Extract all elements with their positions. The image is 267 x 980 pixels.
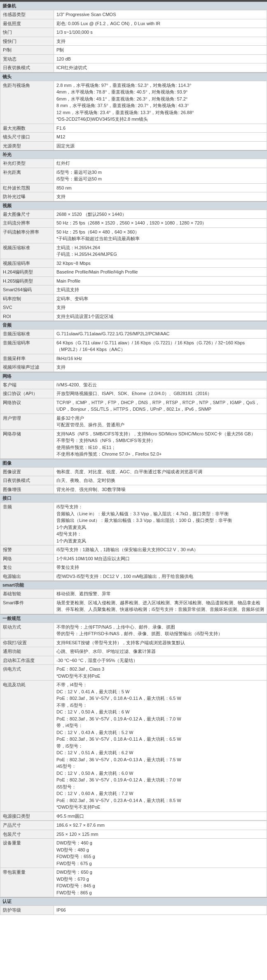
row-value: 心跳、密码保护、水印、IP地址过滤、像素计算器	[54, 647, 267, 656]
row-value: Φ5.5 mm圆口	[54, 812, 267, 821]
row-label: 网络协议	[0, 398, 54, 414]
table-row: 图像增强背光补偿、强光抑制、3D数字降噪	[0, 485, 267, 494]
row-value: 主码流支持	[54, 285, 267, 295]
row-label: 日夜切换模式	[0, 476, 54, 485]
row-label: 防补光过曝	[0, 192, 54, 201]
section-header-interface: 接口	[0, 494, 267, 502]
row-value: i5型号支持： 音频输入（Line in）：最大输入幅值：3.3 Vpp，输入阻…	[54, 503, 267, 545]
row-label: 接口协议（API）	[0, 389, 54, 398]
row-value: 1/3 s~1/100,000 s	[54, 28, 267, 37]
row-value: 固定光源	[54, 141, 267, 150]
section-table-network: 客户端iVMS-4200、萤石云接口协议（API）开放型网络视频接口、ISAPI…	[0, 380, 267, 459]
row-value: -30 °C~60 °C，湿度小于95%（无凝结）	[54, 656, 267, 665]
table-row: 供电方式PoE：802.3af，Class 3 *DWD型号不支持PoE	[0, 665, 267, 681]
row-value: 白天、夜晚、自动、定时切换	[54, 476, 267, 485]
row-value: F1.6	[54, 124, 267, 133]
table-row: 音频压缩码率64 Kbps（G.711 ulaw / G.711 alaw）/ …	[0, 338, 267, 354]
table-row: 视频压缩码率32 Kbps~8 Mbps	[0, 259, 267, 268]
row-value: DWD型号：650 g WD型号：670 g FDWD型号：845 g FWD型…	[54, 868, 267, 897]
row-label: 补光距离	[0, 168, 54, 183]
row-value: 最多32个用户 可配置管理员、操作员、普通用户	[54, 414, 267, 429]
section-table-smart: 基础智能移动侦测、遮挡报警、异常Smart事件场景变更检测、区域入侵检测、越界检…	[0, 589, 267, 614]
table-row: 你我打/设置支持RESET按键（带型号支持），支持客户端或浏览器恢复默认	[0, 638, 267, 647]
row-label: 包装尺寸	[0, 830, 54, 839]
row-label: 图像设置	[0, 467, 54, 476]
row-label: 最大光圈数	[0, 124, 54, 133]
section-table-video: 最大图像尺寸2688 × 1520 （默认2560 × 1440）主码流分辨率5…	[0, 210, 267, 321]
table-row: 视频环境噪声过滤支持	[0, 363, 267, 372]
row-label: 你我打/设置	[0, 638, 54, 647]
table-row: 电源接口类型Φ5.5 mm圆口	[0, 812, 267, 821]
row-value: 支持NAS（NFS，SMB/CIFS等支持），支持Micro SD/Micro …	[54, 429, 267, 458]
row-value: 支持	[54, 37, 267, 46]
table-row: 快门1/3 s~1/100,000 s	[0, 28, 267, 37]
section-header-image: 图像	[0, 459, 267, 467]
section-header-general: 一般规范	[0, 614, 267, 622]
row-value: 186.6 × 92.7 × 87.6 mm	[54, 821, 267, 830]
row-label: 联动方式	[0, 622, 54, 638]
table-row: 电源输出i型WDV3-I5型号支持：DC12 V，100 mA电源输出，用于给音…	[0, 572, 267, 581]
row-label: 视频压缩码率	[0, 259, 54, 268]
section-table-dimensions: 产品尺寸186.6 × 92.7 × 87.6 mm包装尺寸255 × 120 …	[0, 821, 267, 897]
row-label: 最大图像尺寸	[0, 210, 54, 219]
table-row: 包装尺寸255 × 120 × 125 mm	[0, 830, 267, 839]
table-row: 图像设置饱和度、亮度、对比度、锐度、AGC、白平衡通过客户端或者浏览器可调	[0, 467, 267, 476]
row-label: 产品尺寸	[0, 821, 54, 830]
table-row: 宽动态120 dB	[0, 54, 267, 63]
table-row: 最大图像尺寸2688 × 1520 （默认2560 × 1440）	[0, 210, 267, 219]
row-value: 255 × 120 × 125 mm	[54, 830, 267, 839]
table-row: 慢快门支持	[0, 37, 267, 46]
row-value: 移动侦测、遮挡报警、异常	[54, 589, 267, 599]
row-value: 850 nm	[54, 183, 267, 192]
row-label: 网络存储	[0, 429, 54, 458]
section-header-certification: 认证	[0, 897, 267, 905]
row-value: 2.8 mm，水平视场角: 97°，垂直视场角: 52.3°，对角视场角: 11…	[54, 81, 267, 124]
row-value: i5型号：最远可达30 m i5型号：最远可达50 m	[54, 168, 267, 183]
row-label: 音频压缩标准	[0, 330, 54, 339]
row-label: 启动和工作温度	[0, 656, 54, 665]
table-row: 复位带复位支持	[0, 563, 267, 572]
row-value: 主码流：H.265/H.264 子码流：H.265/H.264/MJPEG	[54, 243, 267, 259]
table-row: 网络存储支持NAS（NFS，SMB/CIFS等支持），支持Micro SD/Mi…	[0, 429, 267, 458]
table-row: 音频i5型号支持： 音频输入（Line in）：最大输入幅值：3.3 Vpp，输…	[0, 503, 267, 545]
row-value: ICR红外滤切式	[54, 63, 267, 73]
row-label: 最低照度	[0, 19, 54, 28]
section-header-smart: smart功能	[0, 581, 267, 589]
section-header-video: 视频	[0, 201, 267, 210]
table-row: H.265编码类型Main Profile	[0, 276, 267, 285]
table-row: 接口协议（API）开放型网络视频接口、ISAPI、SDK、Ehome（2.0/4…	[0, 389, 267, 398]
row-value: i型WDV3-I5型号支持：DC12 V，100 mA电源输出，用于给音频供电	[54, 572, 267, 581]
table-row: 电流及功耗不带，i4型号： DC：12 V，0.41 A，最大功耗：5 W Po…	[0, 681, 267, 812]
table-row: 网络1个RJ45 10M/100 M自适应以太网口	[0, 554, 267, 563]
section-table-camera: 传感器类型1/3" Progressive Scan CMOS最低照度彩色: 0…	[0, 10, 267, 73]
row-value: i5型号支持：1路输入，1路输出（保安输出最大支持DC12 V，30 mA）	[54, 545, 267, 554]
row-value: 支持RESET按键（带型号支持），支持客户端或浏览器恢复默认	[54, 638, 267, 647]
row-label: 通用功能	[0, 647, 54, 656]
section-table-supplement: 补光灯类型红外灯补光距离i5型号：最远可达30 m i5型号：最远可达50 m红…	[0, 159, 267, 201]
table-row: 光源类型固定光源	[0, 141, 267, 150]
row-value: Main Profile	[54, 276, 267, 285]
row-label: 带包装重量	[0, 868, 54, 897]
table-row: 音频采样率8kHz/16 kHz	[0, 354, 267, 363]
table-row: 日夜切换模式ICR红外滤切式	[0, 63, 267, 73]
row-value: PoE：802.3af，Class 3 *DWD型号不支持PoE	[54, 665, 267, 681]
row-label: 焦距与视场角	[0, 81, 54, 124]
row-label: 报警	[0, 545, 54, 554]
row-value: 饱和度、亮度、对比度、锐度、AGC、白平衡通过客户端或者浏览器可调	[54, 467, 267, 476]
row-label: 电源输出	[0, 572, 54, 581]
table-row: 镜头尺寸接口M12	[0, 133, 267, 142]
row-value: 支持	[54, 303, 267, 312]
row-label: Smart事件	[0, 598, 54, 614]
row-value: IP66	[54, 906, 267, 915]
row-label: 网络	[0, 554, 54, 563]
row-value: DWD型号：460 g WD型号：480 g FDWD型号：655 g FWD型…	[54, 839, 267, 868]
row-label: 音频采样率	[0, 354, 54, 363]
section-header-network: 网络	[0, 372, 267, 380]
table-row: 焦距与视场角2.8 mm，水平视场角: 97°，垂直视场角: 52.3°，对角视…	[0, 81, 267, 124]
row-value: 8kHz/16 kHz	[54, 354, 267, 363]
table-row: 通用功能心跳、密码保护、水印、IP地址过滤、像素计算器	[0, 647, 267, 656]
row-label: H.265编码类型	[0, 276, 54, 285]
table-row: 防补光过曝支持	[0, 192, 267, 201]
row-value: 32 Kbps~8 Mbps	[54, 259, 267, 268]
table-row: 日夜切换模式白天、夜晚、自动、定时切换	[0, 476, 267, 485]
